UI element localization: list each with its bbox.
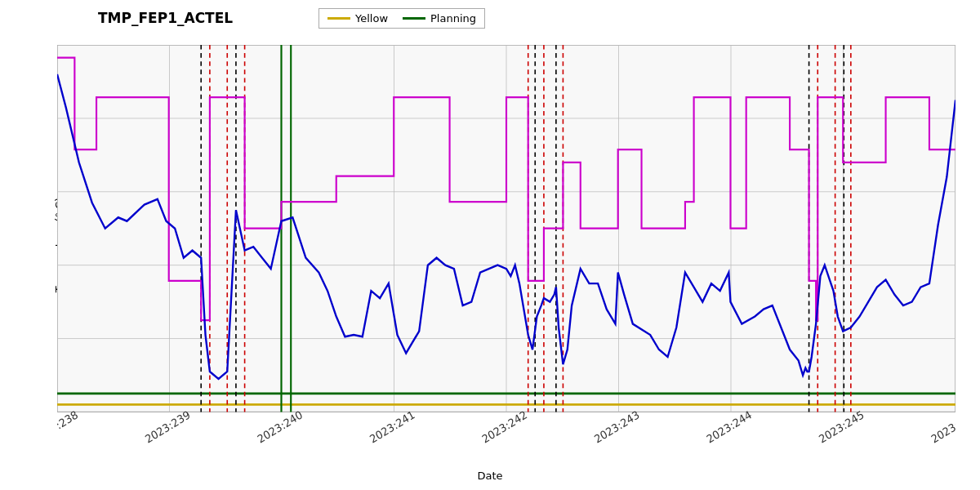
x-label: Date: [477, 470, 502, 482]
svg-text:2023:244: 2023:244: [705, 408, 754, 446]
yellow-legend-line: [327, 17, 350, 20]
svg-text:2023:242: 2023:242: [480, 408, 529, 446]
svg-text:2023:238: 2023:238: [57, 408, 80, 446]
legend-yellow: Yellow: [327, 12, 388, 24]
svg-text:2023:241: 2023:241: [368, 408, 416, 446]
svg-text:2023:246: 2023:246: [929, 408, 956, 446]
chart-container: TMP_FEP1_ACTEL Yellow Planning Temperatu…: [0, 0, 980, 490]
svg-text:2023:240: 2023:240: [256, 408, 305, 446]
legend: Yellow Planning: [318, 8, 485, 29]
chart-svg: 0 10 20 30 40 40 60 80 100 120 140 160 1…: [57, 45, 956, 453]
svg-text:2023:239: 2023:239: [143, 408, 192, 446]
svg-text:2023:243: 2023:243: [592, 408, 641, 446]
chart-title: TMP_FEP1_ACTEL: [98, 10, 233, 26]
planning-legend-label: Planning: [430, 12, 476, 24]
yellow-legend-label: Yellow: [355, 12, 388, 24]
svg-text:2023:245: 2023:245: [817, 408, 866, 446]
legend-planning: Planning: [403, 12, 476, 24]
planning-legend-line: [403, 17, 425, 20]
